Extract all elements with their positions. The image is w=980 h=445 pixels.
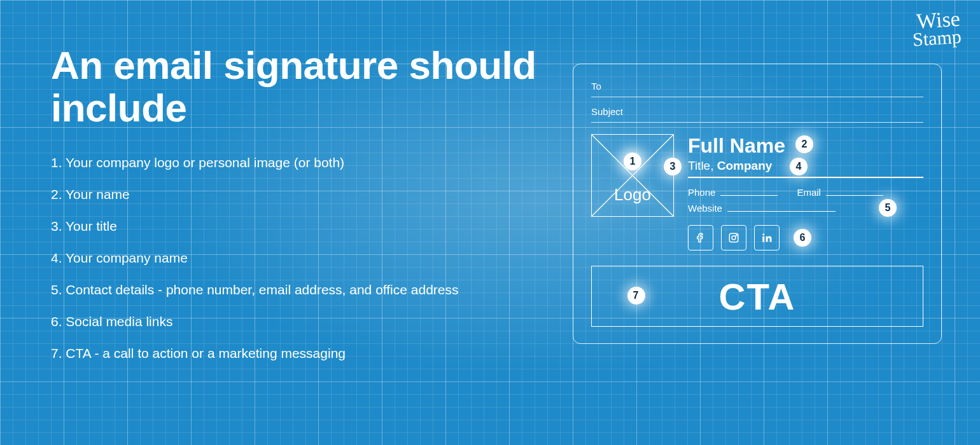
svg-point-6 — [762, 233, 764, 235]
title-label: Title, — [688, 159, 713, 172]
list-item: 4. Your company name — [51, 250, 547, 266]
phone-label: Phone — [688, 187, 715, 198]
email-label: Email — [797, 187, 821, 198]
list-item: 2. Your name — [51, 187, 547, 202]
facebook-icon — [688, 225, 713, 250]
email-signature-mockup: To Subject Logo 1 Full Name 2 — [573, 64, 942, 344]
divider — [688, 177, 923, 178]
logo-box-x-icon — [592, 135, 673, 216]
phone-value-line — [720, 189, 778, 196]
website-value-line — [727, 205, 836, 212]
list-item: 1. Your company logo or personal image (… — [51, 155, 547, 170]
svg-point-4 — [736, 235, 737, 236]
list-item: 7. CTA - a call to action or a marketing… — [51, 346, 547, 361]
linkedin-icon — [754, 225, 780, 250]
badge-7: 7 — [627, 287, 645, 305]
company-label: Company — [717, 159, 773, 172]
badge-1: 1 — [624, 153, 641, 170]
badge-3: 3 — [664, 158, 682, 175]
svg-point-3 — [732, 236, 736, 240]
logo-placeholder: Logo 1 — [591, 134, 674, 217]
instagram-icon — [721, 225, 746, 250]
to-field: To — [591, 78, 923, 97]
svg-rect-5 — [762, 236, 764, 242]
full-name-label: Full Name — [688, 134, 785, 157]
email-value-line — [826, 189, 883, 196]
badge-6: 6 — [794, 229, 811, 247]
list-item: 5. Contact details - phone number, email… — [51, 282, 547, 298]
badge-4: 4 — [790, 158, 808, 175]
cta-label: CTA — [719, 275, 796, 318]
badge-2: 2 — [795, 135, 813, 153]
page-title: An email signature should include — [51, 44, 547, 130]
website-label: Website — [688, 203, 722, 214]
signature-elements-list: 1. Your company logo or personal image (… — [51, 155, 547, 361]
cta-banner: 7 CTA — [591, 266, 923, 327]
badge-5: 5 — [879, 199, 897, 217]
subject-field: Subject — [591, 104, 923, 123]
list-item: 6. Social media links — [51, 314, 547, 329]
list-item: 3. Your title — [51, 219, 547, 234]
